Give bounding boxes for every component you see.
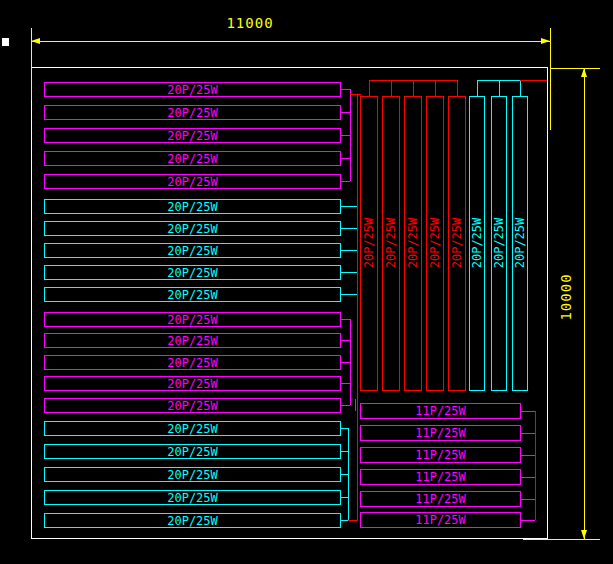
fixture-bar: 11P/25W	[360, 512, 521, 528]
bar-label-vertical: 20P/25W	[406, 213, 420, 273]
bar-label: 20P/25W	[451, 218, 463, 269]
wire-stub	[340, 294, 357, 295]
wire-stub	[521, 520, 535, 521]
bar-label: 11P/25W	[415, 427, 466, 439]
wire-stub	[340, 206, 357, 207]
wire-stub	[521, 433, 535, 434]
fixture-bar: 20P/25W	[44, 355, 341, 370]
wire-stub	[340, 340, 350, 341]
arrowhead-left-icon	[31, 38, 40, 44]
wire-link	[355, 399, 356, 411]
bar-label: 20P/25W	[167, 400, 218, 412]
comb-stub	[435, 80, 436, 96]
fixture-bar: 20P/25W	[44, 287, 341, 302]
bar-label: 20P/25W	[167, 289, 218, 301]
fixture-bar: 20P/25W	[44, 105, 341, 120]
wire-stub	[340, 135, 350, 136]
fixture-bar: 20P/25W	[44, 151, 341, 166]
bar-label-vertical: 20P/25W	[450, 213, 464, 273]
bar-label-vertical: 20P/25W	[492, 213, 506, 273]
bar-label: 20P/25W	[363, 218, 375, 269]
wire-stub	[340, 362, 350, 363]
bar-label: 11P/25W	[415, 514, 466, 526]
wire-stub	[340, 451, 348, 452]
comb-stub	[413, 80, 414, 96]
bar-label: 20P/25W	[167, 130, 218, 142]
fixture-bar: 20P/25W	[44, 128, 341, 143]
bar-label: 20P/25W	[167, 223, 218, 235]
bar-label: 11P/25W	[415, 449, 466, 461]
dimension-extension-line	[550, 28, 551, 130]
bar-label: 20P/25W	[385, 218, 397, 269]
bar-label-vertical: 20P/25W	[362, 213, 376, 273]
bar-label: 20P/25W	[167, 335, 218, 347]
fixture-bar: 20P/25W	[44, 199, 341, 214]
fixture-bar: 20P/25W	[44, 398, 341, 413]
fixture-bar: 20P/25W	[44, 421, 341, 436]
bar-label: 20P/25W	[493, 218, 505, 269]
fixture-bar: 20P/25W	[44, 333, 341, 348]
bar-label: 20P/25W	[471, 218, 483, 269]
bar-label: 11P/25W	[415, 405, 466, 417]
cad-canvas[interactable]: 11000 10000 20P/25W20P/25W20P/25W20P/25W…	[0, 0, 613, 564]
bar-label: 20P/25W	[167, 357, 218, 369]
bar-label: 20P/25W	[167, 107, 218, 119]
dimension-extension-line	[550, 68, 600, 69]
wire-chain	[535, 411, 536, 520]
arrowhead-right-icon	[541, 38, 550, 44]
wire-stub	[340, 520, 348, 521]
bar-label: 20P/25W	[167, 423, 218, 435]
bar-label: 20P/25W	[429, 218, 441, 269]
wire-stub	[521, 499, 535, 500]
wire-stub	[340, 112, 350, 113]
fixture-bar: 20P/25W	[44, 513, 341, 528]
wire-stub	[521, 455, 535, 456]
bar-label: 20P/25W	[167, 378, 218, 390]
dimension-line-right	[584, 68, 585, 539]
wire-trunk	[357, 94, 358, 521]
fixture-bar: 11P/25W	[360, 491, 521, 507]
wire-stub	[340, 158, 350, 159]
bar-label: 20P/25W	[167, 245, 218, 257]
comb-stub	[369, 80, 370, 96]
fixture-bar: 20P/25W	[44, 82, 341, 97]
wire-homerun	[520, 80, 547, 81]
bar-label: 11P/25W	[415, 493, 466, 505]
wire-stub	[340, 383, 350, 384]
fixture-bar: 20P/25W	[44, 221, 341, 236]
fixture-bar: 20P/25W	[44, 376, 341, 391]
bar-label: 20P/25W	[167, 314, 218, 326]
arrowhead-down-icon	[581, 530, 587, 539]
comb-stub	[391, 80, 392, 96]
wire-stub	[340, 428, 348, 429]
bar-label-vertical: 20P/25W	[384, 213, 398, 273]
dimension-extension-line	[523, 539, 600, 540]
fixture-bar: 20P/25W	[44, 312, 341, 327]
wire-stub	[340, 319, 350, 320]
bar-label: 11P/25W	[415, 471, 466, 483]
fixture-bar: 11P/25W	[360, 403, 521, 419]
fixture-bar: 11P/25W	[360, 447, 521, 463]
wire-stub	[340, 89, 350, 90]
wire-chain	[350, 319, 351, 405]
bar-label-vertical: 20P/25W	[513, 213, 527, 273]
dimension-width-label: 11000	[224, 15, 276, 31]
arrowhead-up-icon	[581, 68, 587, 77]
wire-stub	[340, 181, 350, 182]
fixture-bar: 20P/25W	[44, 265, 341, 280]
wire-chain	[348, 428, 349, 520]
wire-stub	[340, 497, 348, 498]
bar-label: 20P/25W	[167, 267, 218, 279]
bar-label-vertical: 20P/25W	[428, 213, 442, 273]
wire-stub	[521, 477, 535, 478]
plot-mark	[2, 38, 9, 46]
bar-label: 20P/25W	[407, 218, 419, 269]
wire-stub	[340, 405, 350, 406]
comb-stub	[477, 80, 478, 96]
comb-stub	[457, 80, 458, 96]
comb-stub	[499, 80, 500, 96]
fixture-bar: 20P/25W	[44, 243, 341, 258]
bar-label: 20P/25W	[167, 515, 218, 527]
bar-label: 20P/25W	[514, 218, 526, 269]
wire-link	[348, 520, 357, 521]
